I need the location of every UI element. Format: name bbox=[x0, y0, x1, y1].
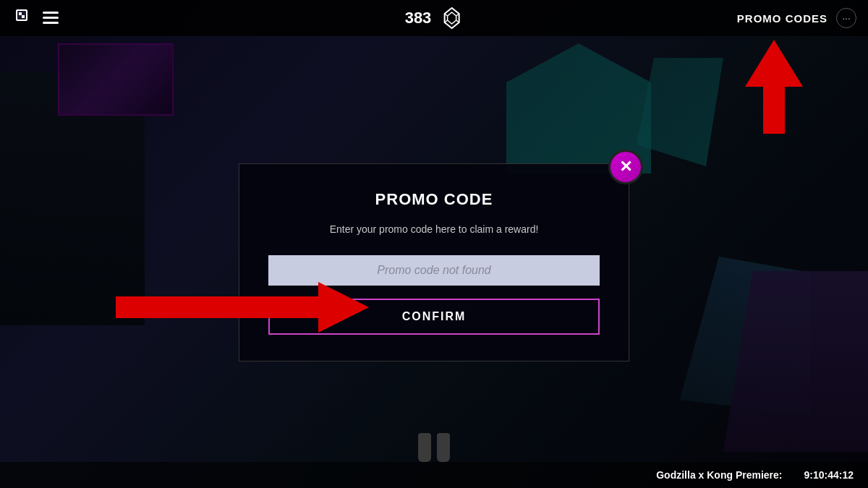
modal-title: PROMO CODE bbox=[268, 190, 600, 209]
svg-marker-14 bbox=[116, 282, 369, 333]
promo-codes-label[interactable]: PROMO CODES bbox=[737, 12, 827, 25]
robux-count: 383 bbox=[405, 9, 432, 27]
hud-bar: 383 PROMO CODES ··· bbox=[0, 0, 868, 36]
promo-code-input[interactable] bbox=[268, 255, 600, 286]
svg-rect-5 bbox=[43, 17, 59, 19]
svg-marker-8 bbox=[447, 12, 456, 24]
hud-right: PROMO CODES ··· bbox=[737, 8, 856, 28]
more-button[interactable]: ··· bbox=[836, 8, 856, 28]
robux-icon bbox=[440, 7, 463, 30]
close-button[interactable]: ✕ bbox=[608, 150, 643, 184]
menu-button[interactable] bbox=[41, 8, 61, 28]
roblox-logo-icon bbox=[12, 8, 32, 28]
roblox-logo-button[interactable] bbox=[12, 8, 32, 28]
arrow-right-indicator bbox=[116, 282, 369, 333]
svg-rect-6 bbox=[43, 22, 59, 24]
modal-subtitle: Enter your promo code here to claim a re… bbox=[268, 223, 600, 235]
hud-center: 383 bbox=[405, 7, 464, 30]
menu-icon bbox=[43, 12, 59, 25]
svg-marker-7 bbox=[444, 8, 459, 28]
svg-rect-4 bbox=[43, 12, 59, 14]
modal-overlay: ✕ PROMO CODE Enter your promo code here … bbox=[0, 36, 868, 488]
svg-rect-3 bbox=[22, 15, 25, 18]
svg-rect-2 bbox=[19, 12, 22, 15]
close-icon: ✕ bbox=[619, 158, 632, 176]
hud-left bbox=[12, 8, 61, 28]
